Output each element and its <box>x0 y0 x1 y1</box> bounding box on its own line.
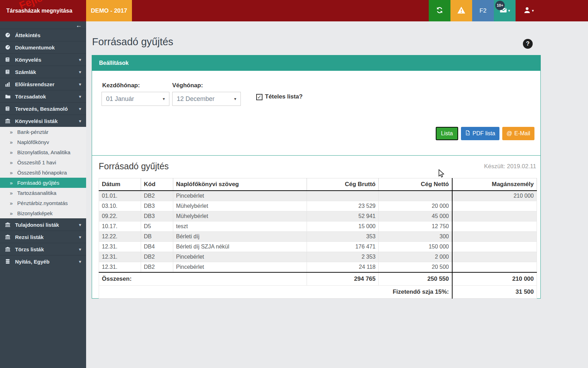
cell-code: DB2 <box>141 262 173 273</box>
chevron-down-icon: ▾ <box>234 96 236 101</box>
sidebar-item-naplofokonyv[interactable]: »Naplófőkönyv <box>0 137 86 147</box>
cell-text: Mühelybérlet <box>173 201 307 211</box>
messages-button[interactable]: 10+ ▾ <box>494 0 516 21</box>
sidebar-item-torzsadatok[interactable]: Törzsadatok ▾ <box>0 90 86 102</box>
sidebar-item-bank-penztar[interactable]: »Bank-pénztár <box>0 127 86 137</box>
sidebar-item-label: Törzsadatok <box>15 94 46 100</box>
lista-button[interactable]: Lista <box>436 127 458 140</box>
sidebar-item-label: Könyvelési listák <box>15 118 58 124</box>
sidebar-item-szamlak[interactable]: Számlák ▾ <box>0 66 86 78</box>
sidebar-item-bizonylatkepek[interactable]: »Bizonylatképek <box>0 208 86 218</box>
sidebar-item-konyvelesi-listak[interactable]: Könyvelési listák ▾ <box>0 115 86 127</box>
book-icon <box>5 57 11 62</box>
cell-brutto: 176 471 <box>307 242 379 252</box>
tax-label: Fizetendő szja 15%: <box>99 286 452 299</box>
user-menu-button[interactable]: ▾ <box>518 0 539 21</box>
double-angle-icon: » <box>10 210 13 216</box>
check-icon: ✓ <box>257 95 262 100</box>
sidebar-item-tartozasanalitika[interactable]: »Tartozásanalitika <box>0 188 86 198</box>
double-angle-icon: » <box>10 190 13 196</box>
chevron-down-icon: ▾ <box>79 118 81 124</box>
sidebar-subitem-label: Bizonylatlista, Analitika <box>17 149 70 155</box>
chevron-down-icon: ▾ <box>79 69 81 75</box>
cell-code: DB4 <box>141 242 173 252</box>
pdf-lista-button[interactable]: PDF lista <box>461 127 499 140</box>
sidebar-item-attekintes[interactable]: Áttekintés <box>0 29 86 41</box>
unread-count-badge: 10+ <box>495 1 505 10</box>
sidebar-item-torzs-listak[interactable]: Törzs listák ▾ <box>0 243 86 255</box>
sidebar-item-eloirasrendszer[interactable]: Előírásrendszer ▾ <box>0 78 86 90</box>
sidebar-item-label: Előírásrendszer <box>15 81 55 87</box>
sidebar-item-osszesito-1-havi[interactable]: »Összesítő 1 havi <box>0 157 86 168</box>
cell-maganszemely <box>452 211 537 222</box>
report-table: Dátum Kód Naplófőkönyvi szöveg Cég Brutt… <box>99 178 537 299</box>
main-content: Forrásadó gyűjtés ? Beállítások Kezdőhón… <box>86 21 588 368</box>
cell-maganszemely <box>452 232 537 242</box>
cell-text: Pincebérlet <box>173 262 307 273</box>
sidebar-item-tervezes-beszamolo[interactable]: Tervezés, Beszámoló ▾ <box>0 102 86 115</box>
end-month-select[interactable]: 12 December ▾ <box>172 92 241 106</box>
topbar: Fejlesztői oldal Társasházak megnyitása … <box>0 0 588 21</box>
sidebar-item-forrasado-gyujtes[interactable]: »Forrásadó gyűjtés <box>0 178 86 188</box>
chevron-down-icon: ▾ <box>163 96 165 101</box>
cell-maganszemely: 210 000 <box>452 191 537 201</box>
database-icon <box>5 259 11 264</box>
f2-button[interactable]: F2 <box>472 0 494 21</box>
sidebar-item-label: Számlák <box>15 69 36 75</box>
sidebar-submenu: »Bank-pénztár »Naplófőkönyv »Bizonylatli… <box>0 127 86 218</box>
start-month-value: 01 Január <box>106 95 134 103</box>
refresh-button[interactable] <box>429 0 450 21</box>
totals-label: Összesen: <box>99 272 307 286</box>
double-angle-icon: » <box>10 129 13 135</box>
table-row: 01.01. DB2 Pincebérlet 210 000 <box>99 191 537 201</box>
sidebar-item-bizonylatlista-analitika[interactable]: »Bizonylatlista, Analitika <box>0 147 86 157</box>
folder-icon <box>5 94 11 99</box>
cell-text: Pincebérlet <box>173 191 307 201</box>
sidebar-item-label: Könyvelés <box>15 57 41 63</box>
sidebar-item-label: Nyitás, Egyéb <box>15 259 49 265</box>
totals-brutto: 294 765 <box>307 272 379 286</box>
start-month-select[interactable]: 01 Január ▾ <box>102 92 169 106</box>
double-angle-icon: » <box>10 180 13 186</box>
double-angle-icon: » <box>10 170 13 176</box>
pdf-lista-button-label: PDF lista <box>472 130 495 137</box>
table-row: 12.22. DB Bérleti díj 353 300 <box>99 232 537 242</box>
cell-netto: 2 000 <box>379 252 452 262</box>
sidebar-subitem-label: Pénztárbiz.nyomtatás <box>17 200 68 206</box>
sidebar-item-tulajdonosi-listak[interactable]: Tulajdonosi listák ▾ <box>0 218 86 231</box>
double-angle-icon: » <box>10 200 13 206</box>
sidebar-item-osszesito-honapokra[interactable]: »Összesítő hónapokra <box>0 168 86 178</box>
bank-icon <box>5 246 11 252</box>
email-button[interactable]: @ E-Mail <box>502 127 534 140</box>
cell-date: 12.31. <box>99 242 141 252</box>
sidebar-item-konyveles[interactable]: Könyvelés ▾ <box>0 53 86 66</box>
cell-text: Pincebérlet <box>173 252 307 262</box>
topbar-actions: F2 10+ ▾ ▾ <box>429 0 539 21</box>
double-angle-icon: » <box>10 139 13 145</box>
sidebar-subitem-label: Forrásadó gyűjtés <box>17 180 59 186</box>
help-button[interactable]: ? <box>523 39 533 49</box>
sidebar-item-penztarbiz-nyomtatas[interactable]: »Pénztárbiz.nyomtatás <box>0 198 86 208</box>
cell-date: 12.31. <box>99 252 141 262</box>
sidebar-item-nyitas-egyeb[interactable]: Nyitás, Egyéb ▾ <box>0 255 86 267</box>
f2-label: F2 <box>479 7 486 14</box>
chevron-down-icon: ▾ <box>79 259 81 264</box>
settings-panel: Beállítások Kezdőhónap: Véghónap: 01 Jan… <box>92 55 541 160</box>
itemized-list-checkbox[interactable]: ✓ <box>256 94 262 100</box>
report-title: Forrásadó gyűjtés <box>99 161 169 171</box>
cell-date: 03.10. <box>99 201 141 211</box>
sidebar-item-dokumentumok[interactable]: Dokumentumok <box>0 41 86 53</box>
warning-button[interactable] <box>450 0 472 21</box>
itemized-list-label[interactable]: Tételes lista? <box>265 93 303 100</box>
col-header-kod: Kód <box>141 178 173 191</box>
cell-code: D5 <box>141 222 173 232</box>
cell-netto: 300 <box>379 232 452 242</box>
settings-buttons: Lista PDF lista @ E-Mail <box>436 127 534 140</box>
chevron-down-icon: ▾ <box>79 57 81 62</box>
sidebar-collapse-button[interactable]: ← <box>76 23 82 28</box>
gauge-icon <box>5 45 11 50</box>
table-row: 10.17. D5 teszt 15 000 12 750 <box>99 222 537 232</box>
sidebar-item-rezsi-listak[interactable]: Rezsi listák ▾ <box>0 231 86 243</box>
pdf-file-icon <box>465 130 470 137</box>
sidebar-item-label: Tervezés, Beszámoló <box>15 106 68 112</box>
